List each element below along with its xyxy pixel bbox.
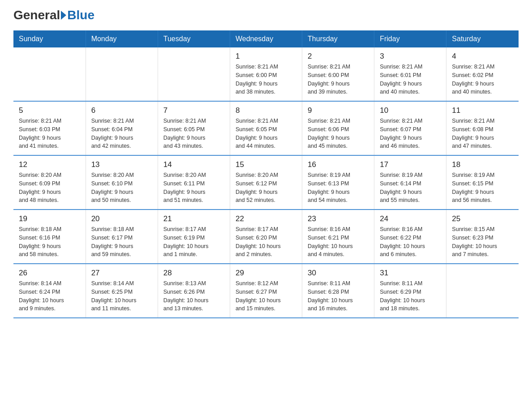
day-number: 27 — [91, 269, 152, 278]
day-info: Sunrise: 8:19 AM Sunset: 6:13 PM Dayligh… — [308, 171, 369, 205]
column-header-wednesday: Wednesday — [230, 30, 302, 47]
calendar-cell: 3Sunrise: 8:21 AM Sunset: 6:01 PM Daylig… — [374, 47, 446, 101]
day-number: 7 — [163, 106, 224, 115]
calendar-cell: 16Sunrise: 8:19 AM Sunset: 6:13 PM Dayli… — [302, 155, 374, 210]
logo-blue-text: Blue — [67, 9, 94, 21]
calendar-week-row: 1Sunrise: 8:21 AM Sunset: 6:00 PM Daylig… — [13, 47, 519, 101]
calendar-cell: 19Sunrise: 8:18 AM Sunset: 6:16 PM Dayli… — [13, 210, 86, 264]
day-number: 25 — [452, 214, 513, 223]
calendar-cell — [86, 47, 158, 101]
day-info: Sunrise: 8:19 AM Sunset: 6:15 PM Dayligh… — [452, 171, 513, 205]
calendar-week-row: 19Sunrise: 8:18 AM Sunset: 6:16 PM Dayli… — [13, 210, 519, 264]
page-header: General Blue — [13, 9, 519, 21]
calendar-cell: 13Sunrise: 8:20 AM Sunset: 6:10 PM Dayli… — [86, 155, 158, 210]
day-info: Sunrise: 8:21 AM Sunset: 6:04 PM Dayligh… — [91, 117, 152, 150]
day-info: Sunrise: 8:21 AM Sunset: 6:06 PM Dayligh… — [308, 117, 369, 150]
day-info: Sunrise: 8:19 AM Sunset: 6:14 PM Dayligh… — [380, 171, 441, 205]
day-info: Sunrise: 8:13 AM Sunset: 6:26 PM Dayligh… — [163, 279, 224, 313]
day-info: Sunrise: 8:21 AM Sunset: 6:01 PM Dayligh… — [380, 63, 441, 96]
day-number: 2 — [308, 52, 369, 61]
day-number: 18 — [452, 160, 513, 169]
calendar-week-row: 26Sunrise: 8:14 AM Sunset: 6:24 PM Dayli… — [13, 264, 519, 318]
calendar-cell: 31Sunrise: 8:11 AM Sunset: 6:29 PM Dayli… — [374, 264, 446, 318]
day-number: 6 — [91, 106, 152, 115]
day-info: Sunrise: 8:11 AM Sunset: 6:29 PM Dayligh… — [380, 279, 441, 313]
day-number: 10 — [380, 106, 441, 115]
calendar-cell: 8Sunrise: 8:21 AM Sunset: 6:05 PM Daylig… — [230, 101, 302, 155]
day-number: 21 — [163, 214, 224, 223]
calendar-cell: 6Sunrise: 8:21 AM Sunset: 6:04 PM Daylig… — [86, 101, 158, 155]
day-info: Sunrise: 8:21 AM Sunset: 6:02 PM Dayligh… — [452, 63, 513, 96]
day-number: 9 — [308, 106, 369, 115]
calendar-cell: 1Sunrise: 8:21 AM Sunset: 6:00 PM Daylig… — [230, 47, 302, 101]
calendar-week-row: 12Sunrise: 8:20 AM Sunset: 6:09 PM Dayli… — [13, 155, 519, 210]
calendar-cell: 15Sunrise: 8:20 AM Sunset: 6:12 PM Dayli… — [230, 155, 302, 210]
day-number: 26 — [19, 269, 80, 278]
day-info: Sunrise: 8:21 AM Sunset: 6:08 PM Dayligh… — [452, 117, 513, 150]
day-info: Sunrise: 8:21 AM Sunset: 6:00 PM Dayligh… — [236, 63, 296, 96]
day-info: Sunrise: 8:21 AM Sunset: 6:07 PM Dayligh… — [380, 117, 441, 150]
day-info: Sunrise: 8:18 AM Sunset: 6:17 PM Dayligh… — [91, 225, 152, 259]
calendar-header-row: SundayMondayTuesdayWednesdayThursdayFrid… — [13, 30, 519, 47]
calendar-cell: 25Sunrise: 8:15 AM Sunset: 6:23 PM Dayli… — [446, 210, 519, 264]
day-info: Sunrise: 8:21 AM Sunset: 6:03 PM Dayligh… — [19, 117, 80, 150]
day-info: Sunrise: 8:12 AM Sunset: 6:27 PM Dayligh… — [236, 279, 296, 313]
calendar-cell: 22Sunrise: 8:17 AM Sunset: 6:20 PM Dayli… — [230, 210, 302, 264]
day-info: Sunrise: 8:21 AM Sunset: 6:00 PM Dayligh… — [308, 63, 369, 96]
calendar-cell: 10Sunrise: 8:21 AM Sunset: 6:07 PM Dayli… — [374, 101, 446, 155]
day-info: Sunrise: 8:11 AM Sunset: 6:28 PM Dayligh… — [308, 279, 369, 313]
calendar-cell: 4Sunrise: 8:21 AM Sunset: 6:02 PM Daylig… — [446, 47, 519, 101]
calendar-cell: 12Sunrise: 8:20 AM Sunset: 6:09 PM Dayli… — [13, 155, 86, 210]
calendar-cell: 18Sunrise: 8:19 AM Sunset: 6:15 PM Dayli… — [446, 155, 519, 210]
calendar-cell: 5Sunrise: 8:21 AM Sunset: 6:03 PM Daylig… — [13, 101, 86, 155]
calendar-cell: 24Sunrise: 8:16 AM Sunset: 6:22 PM Dayli… — [374, 210, 446, 264]
day-number: 29 — [236, 269, 296, 278]
column-header-tuesday: Tuesday — [158, 30, 230, 47]
calendar-cell: 28Sunrise: 8:13 AM Sunset: 6:26 PM Dayli… — [158, 264, 230, 318]
day-info: Sunrise: 8:20 AM Sunset: 6:12 PM Dayligh… — [236, 171, 296, 205]
day-info: Sunrise: 8:21 AM Sunset: 6:05 PM Dayligh… — [236, 117, 296, 150]
day-number: 1 — [236, 52, 296, 61]
day-info: Sunrise: 8:17 AM Sunset: 6:20 PM Dayligh… — [236, 225, 296, 259]
day-number: 23 — [308, 214, 369, 223]
day-number: 22 — [236, 214, 296, 223]
calendar-table: SundayMondayTuesdayWednesdayThursdayFrid… — [13, 30, 519, 318]
calendar-cell: 11Sunrise: 8:21 AM Sunset: 6:08 PM Dayli… — [446, 101, 519, 155]
day-info: Sunrise: 8:21 AM Sunset: 6:05 PM Dayligh… — [163, 117, 224, 150]
day-number: 17 — [380, 160, 441, 169]
day-number: 24 — [380, 214, 441, 223]
logo-triangle-icon — [61, 11, 66, 20]
day-number: 15 — [236, 160, 296, 169]
day-info: Sunrise: 8:20 AM Sunset: 6:09 PM Dayligh… — [19, 171, 80, 205]
day-number: 8 — [236, 106, 296, 115]
day-info: Sunrise: 8:14 AM Sunset: 6:24 PM Dayligh… — [19, 279, 80, 313]
day-info: Sunrise: 8:16 AM Sunset: 6:22 PM Dayligh… — [380, 225, 441, 259]
day-number: 5 — [19, 106, 80, 115]
calendar-cell: 29Sunrise: 8:12 AM Sunset: 6:27 PM Dayli… — [230, 264, 302, 318]
calendar-cell: 9Sunrise: 8:21 AM Sunset: 6:06 PM Daylig… — [302, 101, 374, 155]
column-header-saturday: Saturday — [446, 30, 519, 47]
day-number: 31 — [380, 269, 441, 278]
calendar-cell: 30Sunrise: 8:11 AM Sunset: 6:28 PM Dayli… — [302, 264, 374, 318]
day-number: 16 — [308, 160, 369, 169]
day-number: 11 — [452, 106, 513, 115]
calendar-cell: 14Sunrise: 8:20 AM Sunset: 6:11 PM Dayli… — [158, 155, 230, 210]
day-info: Sunrise: 8:20 AM Sunset: 6:10 PM Dayligh… — [91, 171, 152, 205]
calendar-cell: 26Sunrise: 8:14 AM Sunset: 6:24 PM Dayli… — [13, 264, 86, 318]
day-info: Sunrise: 8:16 AM Sunset: 6:21 PM Dayligh… — [308, 225, 369, 259]
calendar-cell: 20Sunrise: 8:18 AM Sunset: 6:17 PM Dayli… — [86, 210, 158, 264]
calendar-cell: 23Sunrise: 8:16 AM Sunset: 6:21 PM Dayli… — [302, 210, 374, 264]
calendar-cell: 27Sunrise: 8:14 AM Sunset: 6:25 PM Dayli… — [86, 264, 158, 318]
calendar-cell — [158, 47, 230, 101]
day-number: 14 — [163, 160, 224, 169]
day-number: 20 — [91, 214, 152, 223]
column-header-friday: Friday — [374, 30, 446, 47]
day-info: Sunrise: 8:18 AM Sunset: 6:16 PM Dayligh… — [19, 225, 80, 259]
calendar-cell: 7Sunrise: 8:21 AM Sunset: 6:05 PM Daylig… — [158, 101, 230, 155]
day-number: 4 — [452, 52, 513, 61]
calendar-week-row: 5Sunrise: 8:21 AM Sunset: 6:03 PM Daylig… — [13, 101, 519, 155]
column-header-sunday: Sunday — [13, 30, 86, 47]
day-info: Sunrise: 8:14 AM Sunset: 6:25 PM Dayligh… — [91, 279, 152, 313]
calendar-cell: 2Sunrise: 8:21 AM Sunset: 6:00 PM Daylig… — [302, 47, 374, 101]
column-header-monday: Monday — [86, 30, 158, 47]
